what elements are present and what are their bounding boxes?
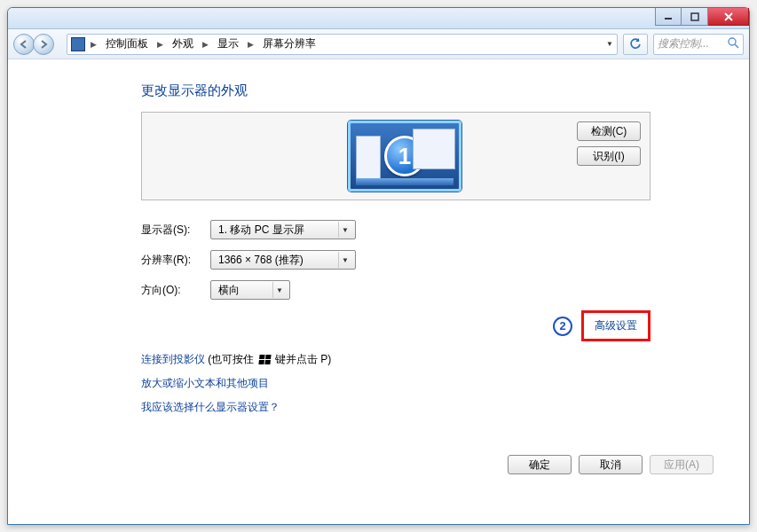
address-bar: ▶ 控制面板 ▶ 外观 ▶ 显示 ▶ 屏幕分辨率 ▼ 搜索控制... — [8, 29, 749, 59]
detect-button[interactable]: 检测(C) — [577, 121, 641, 141]
svg-point-4 — [729, 38, 736, 45]
content-area: 更改显示器的外观 1 检测(C) 识别(I) 显示器(S): 1. 移动 PC … — [8, 59, 749, 494]
apply-button[interactable]: 应用(A) — [650, 455, 714, 474]
breadcrumb-item[interactable]: 屏幕分辨率 — [259, 35, 319, 53]
advanced-settings-link[interactable]: 高级设置 — [595, 319, 637, 332]
annotation-highlight-box: 高级设置 — [581, 310, 651, 341]
page-title: 更改显示器的外观 — [141, 82, 714, 99]
identify-button[interactable]: 识别(I) — [577, 146, 641, 166]
close-button[interactable] — [708, 8, 749, 26]
chevron-down-icon[interactable]: ▼ — [606, 40, 613, 48]
minimize-button[interactable] — [655, 8, 682, 26]
title-bar — [8, 8, 749, 29]
resolution-value: 1366 × 768 (推荐) — [218, 253, 304, 268]
window-thumbnail-icon — [356, 136, 381, 182]
forward-icon[interactable] — [33, 34, 54, 55]
orientation-label: 方向(O): — [141, 283, 210, 298]
search-input[interactable]: 搜索控制... — [653, 34, 744, 55]
back-icon[interactable] — [13, 34, 35, 55]
monitor-preview[interactable]: 1 — [348, 121, 461, 192]
zoom-text-link[interactable]: 放大或缩小文本和其他项目 — [141, 377, 269, 389]
display-preview-box: 1 检测(C) 识别(I) — [141, 112, 651, 200]
display-label: 显示器(S): — [141, 223, 210, 238]
projector-line: 连接到投影仪 (也可按住 键并点击 P) — [141, 352, 714, 367]
breadcrumb[interactable]: ▶ 控制面板 ▶ 外观 ▶ 显示 ▶ 屏幕分辨率 ▼ — [67, 34, 618, 55]
breadcrumb-item[interactable]: 控制面板 — [102, 35, 152, 53]
cancel-button[interactable]: 取消 — [579, 455, 643, 474]
search-placeholder: 搜索控制... — [658, 36, 709, 51]
advanced-row: 2 高级设置 — [141, 310, 651, 341]
chevron-right-icon[interactable]: ▶ — [199, 40, 212, 49]
connect-projector-link[interactable]: 连接到投影仪 — [141, 353, 205, 365]
chevron-right-icon[interactable]: ▶ — [87, 40, 100, 49]
chevron-right-icon[interactable]: ▶ — [244, 40, 257, 49]
breadcrumb-item[interactable]: 显示 — [214, 35, 242, 53]
resolution-label: 分辨率(R): — [141, 253, 210, 268]
window-thumbnail-icon — [413, 129, 455, 169]
search-icon — [728, 37, 739, 51]
maximize-button[interactable] — [682, 8, 708, 26]
chevron-down-icon: ▼ — [338, 252, 351, 268]
chevron-right-icon[interactable]: ▶ — [154, 40, 167, 49]
resolution-select[interactable]: 1366 × 768 (推荐) ▼ — [210, 250, 356, 270]
svg-line-5 — [735, 44, 738, 48]
annotation-badge-2: 2 — [553, 317, 572, 336]
chevron-down-icon: ▼ — [338, 222, 351, 238]
windows-key-icon — [258, 355, 271, 364]
settings-form: 显示器(S): 1. 移动 PC 显示屏 ▼ 分辨率(R): 1366 × 76… — [141, 220, 714, 300]
refresh-button[interactable] — [623, 34, 648, 55]
projector-note-2: 键并点击 P) — [272, 353, 332, 365]
display-value: 1. 移动 PC 显示屏 — [218, 223, 304, 238]
help-links: 连接到投影仪 (也可按住 键并点击 P) 放大或缩小文本和其他项目 我应该选择什… — [141, 352, 714, 415]
chevron-down-icon: ▼ — [272, 282, 286, 298]
projector-note: (也可按住 — [205, 353, 257, 365]
taskbar-icon — [356, 178, 453, 185]
nav-back-forward[interactable] — [13, 33, 61, 56]
svg-rect-1 — [691, 13, 698, 20]
ok-button[interactable]: 确定 — [508, 455, 572, 474]
breadcrumb-item[interactable]: 外观 — [169, 35, 197, 53]
window-frame: ▶ 控制面板 ▶ 外观 ▶ 显示 ▶ 屏幕分辨率 ▼ 搜索控制... 更改显示器… — [7, 7, 750, 525]
footer-buttons: 确定 取消 应用(A) — [508, 455, 714, 474]
which-settings-link[interactable]: 我应该选择什么显示器设置？ — [141, 401, 280, 413]
control-panel-icon — [71, 37, 85, 51]
orientation-value: 横向 — [218, 283, 240, 298]
orientation-select[interactable]: 横向 ▼ — [210, 280, 290, 300]
display-select[interactable]: 1. 移动 PC 显示屏 ▼ — [210, 220, 356, 239]
